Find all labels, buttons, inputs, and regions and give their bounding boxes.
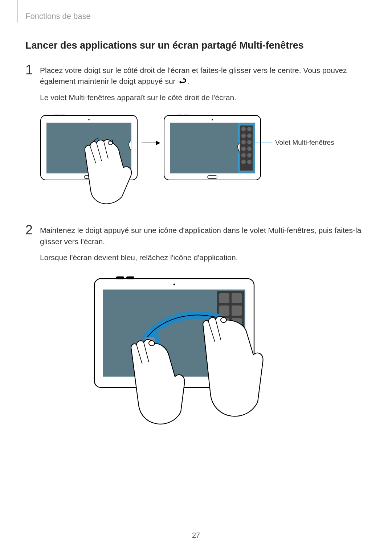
svg-point-28 [247,153,252,157]
svg-rect-13 [184,115,189,116]
section-title: Lancer des applications sur un écran par… [25,40,367,51]
svg-point-27 [241,153,246,157]
svg-point-8 [108,141,113,145]
figure-drag-app [91,275,367,429]
svg-point-53 [149,341,155,346]
page-number: 27 [0,531,392,539]
breadcrumb: Fonctions de base [25,12,91,21]
svg-point-52 [221,317,226,323]
transition-arrow [142,141,160,145]
svg-rect-41 [232,305,242,316]
svg-point-22 [247,134,252,138]
step1-para1: Placez votre doigt sur le côté droit de … [40,65,367,87]
callout-label: Volet Multi-fenêtres [275,139,337,147]
step-body: Maintenez le doigt appuyé sur une icône … [40,225,367,268]
svg-point-29 [241,160,246,164]
svg-point-30 [247,160,252,164]
step1-para2: Le volet Multi-fenêtres apparaît sur le … [40,92,367,103]
header-rule [17,0,18,22]
svg-rect-1 [54,115,59,116]
svg-rect-40 [219,305,229,316]
step-1: 1 Placez votre doigt sur le côté droit d… [25,65,367,108]
svg-rect-16 [208,176,217,178]
svg-point-34 [173,283,175,285]
svg-point-25 [241,147,246,151]
svg-rect-33 [126,276,134,279]
svg-point-21 [241,134,246,138]
svg-point-23 [241,140,246,144]
svg-rect-12 [177,115,182,116]
step1-para1b: . [187,77,189,85]
step-number: 2 [25,223,40,268]
svg-point-26 [247,147,252,151]
back-icon [177,78,187,85]
main-content: Lancer des applications sur un écran par… [25,40,367,429]
step2-para1: Maintenez le doigt appuyé sur une icône … [40,225,367,247]
tablet-right [164,115,261,180]
step2-para2: Lorsque l'écran devient bleu, relâchez l… [40,252,367,263]
step-2: 2 Maintenez le doigt appuyé sur une icôn… [25,225,367,268]
step-number: 1 [25,63,40,108]
svg-rect-38 [219,293,229,303]
svg-point-3 [88,119,90,121]
svg-point-20 [247,127,252,131]
svg-rect-32 [116,276,124,279]
svg-point-24 [247,140,252,144]
svg-point-14 [212,119,213,121]
svg-rect-39 [232,293,242,303]
svg-rect-2 [60,115,65,116]
svg-marker-10 [156,141,160,145]
step1-para1a: Placez votre doigt sur le côté droit de … [40,66,347,85]
figure-swipe-tray: Volet Multi-fenêtres [40,115,367,210]
step-body: Placez votre doigt sur le côté droit de … [40,65,367,108]
svg-point-19 [241,127,246,131]
